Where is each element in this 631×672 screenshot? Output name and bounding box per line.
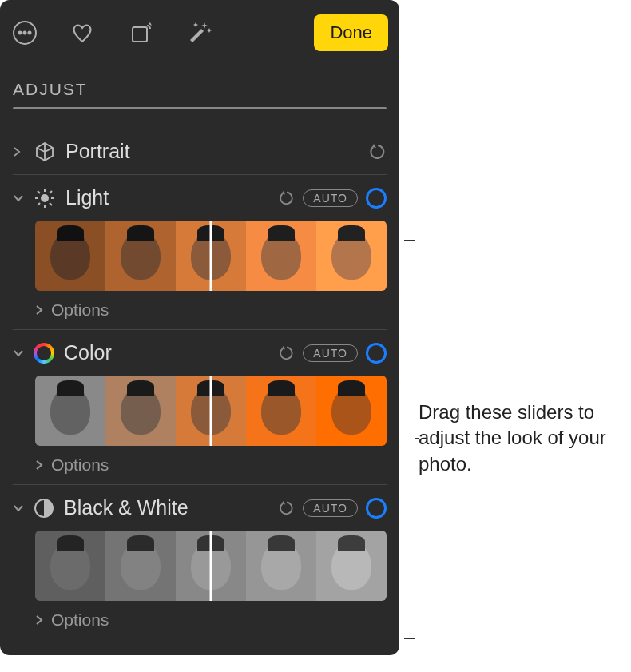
options-label: Options [51,300,109,320]
auto-button[interactable]: AUTO [303,499,358,517]
color-thumb [246,376,316,446]
svg-line-13 [50,191,52,193]
chevron-down-icon[interactable] [13,349,24,357]
color-thumb [105,376,176,446]
color-label: Color [64,341,112,364]
color-thumb [35,376,105,446]
bw-options[interactable]: Options [13,601,387,639]
bw-label: Black & White [64,496,189,519]
options-label: Options [51,455,109,475]
light-label: Light [65,186,109,209]
portrait-header[interactable]: Portrait [13,117,387,174]
bw-thumb [35,531,105,601]
light-icon [34,187,56,209]
bw-thumb [246,531,316,601]
svg-point-2 [24,32,26,34]
bw-thumb [316,531,387,601]
light-thumb [246,221,316,291]
enable-ring[interactable] [366,343,387,364]
light-thumb [35,221,105,291]
top-toolbar: Done [0,0,399,66]
auto-button[interactable]: AUTO [303,344,358,362]
chevron-right-icon[interactable] [13,146,24,157]
light-slider[interactable] [35,221,387,291]
enhance-icon[interactable] [184,19,214,46]
reset-icon[interactable] [279,190,295,206]
callout-bracket [404,240,415,639]
light-thumb [316,221,387,291]
done-button[interactable]: Done [314,14,388,51]
favorite-icon[interactable] [69,19,96,46]
color-header[interactable]: Color AUTO [13,329,387,376]
color-slider[interactable] [35,376,387,446]
reset-icon[interactable] [279,345,295,361]
bw-thumb [105,531,176,601]
color-icon [34,343,54,364]
enable-ring[interactable] [366,498,387,519]
callout-text: Drag these sliders to adjust the look of… [419,400,618,477]
adjust-header: ADJUST [0,66,399,117]
options-label: Options [51,610,109,630]
adjust-panel: Done ADJUST Portrait [0,0,399,655]
auto-button[interactable]: AUTO [303,189,358,207]
light-thumb [176,221,246,291]
adjust-title: ADJUST [13,80,387,99]
svg-line-12 [38,203,40,205]
reset-icon[interactable] [369,143,387,161]
more-icon[interactable] [11,19,38,46]
sections-container: Portrait [0,117,399,639]
bw-thumb [176,531,246,601]
light-options[interactable]: Options [13,291,387,329]
color-thumb [316,376,387,446]
svg-point-5 [41,194,49,202]
adjust-underline [13,107,387,109]
light-thumb [105,221,176,291]
chevron-down-icon[interactable] [13,504,24,512]
reset-icon[interactable] [279,500,295,516]
light-header[interactable]: Light AUTO [13,174,387,221]
rotate-icon[interactable] [126,19,153,46]
bw-header[interactable]: Black & White AUTO [13,484,387,531]
bw-icon [34,498,54,519]
svg-point-1 [19,32,22,34]
chevron-down-icon[interactable] [13,194,24,202]
color-thumb [176,376,246,446]
bw-slider[interactable] [35,531,387,601]
svg-rect-4 [133,27,147,42]
portrait-icon [34,141,56,163]
svg-line-10 [38,191,40,193]
svg-point-3 [29,32,31,34]
enable-ring[interactable] [366,188,387,209]
color-options[interactable]: Options [13,446,387,484]
svg-line-11 [50,203,52,205]
portrait-label: Portrait [65,140,130,163]
